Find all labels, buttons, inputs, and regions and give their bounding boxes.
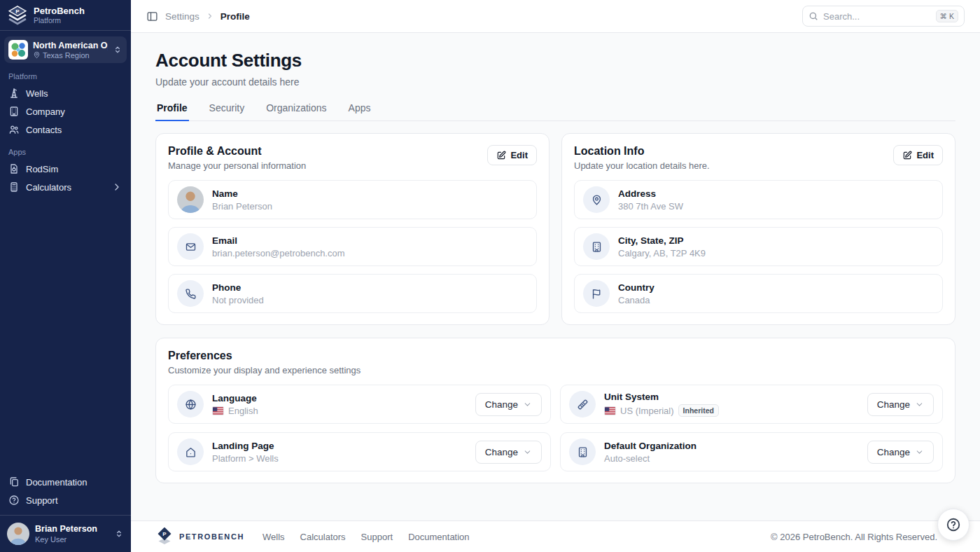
sidebar-item-support[interactable]: Support bbox=[0, 491, 131, 509]
petrobench-footer-logo-icon: P bbox=[155, 527, 174, 546]
row-value: Not provided bbox=[212, 295, 264, 305]
globe-icon bbox=[177, 391, 204, 418]
info-row-address: Address380 7th Ave SW bbox=[574, 180, 943, 219]
change-landing-page-button[interactable]: Change bbox=[475, 441, 542, 464]
row-label: Address bbox=[618, 188, 683, 199]
sidebar-item-rodsim[interactable]: RodSim bbox=[0, 160, 131, 178]
wells-icon bbox=[8, 88, 20, 99]
preference-label: Landing Page bbox=[212, 441, 467, 451]
footer-link-documentation[interactable]: Documentation bbox=[408, 532, 469, 542]
org-switcher[interactable]: North American Opera Texas Region bbox=[4, 36, 127, 63]
tab-security[interactable]: Security bbox=[208, 98, 246, 121]
edit-icon bbox=[496, 151, 506, 160]
sidebar-item-label: Contacts bbox=[26, 125, 62, 135]
chevrons-up-down-icon bbox=[113, 45, 122, 55]
footer-copyright: © 2026 PetroBench. All Rights Reserved. bbox=[771, 532, 955, 542]
sidebar-item-contacts[interactable]: Contacts bbox=[0, 120, 131, 139]
change-language-button[interactable]: Change bbox=[475, 393, 542, 416]
edit-profile-button[interactable]: Edit bbox=[487, 145, 537, 165]
card-subtitle: Manage your personal information bbox=[168, 160, 306, 171]
user-menu[interactable]: Brian Peterson Key User bbox=[0, 515, 131, 552]
sidebar-bottom-nav: DocumentationSupport bbox=[0, 473, 131, 515]
tab-bar: ProfileSecurityOrganizationsApps bbox=[155, 98, 955, 121]
info-row-phone: PhoneNot provided bbox=[168, 274, 537, 313]
page-subtitle: Update your account details here bbox=[155, 76, 955, 88]
map-pin-icon bbox=[583, 186, 610, 213]
footer-link-wells[interactable]: Wells bbox=[262, 532, 285, 542]
breadcrumb: Settings Profile bbox=[165, 11, 250, 22]
sidebar-item-label: Calculators bbox=[26, 182, 71, 193]
row-label: City, State, ZIP bbox=[618, 235, 706, 246]
chevron-down-icon bbox=[523, 400, 532, 409]
row-value: Brian Peterson bbox=[212, 201, 272, 212]
footer-links: WellsCalculatorsSupportDocumentation bbox=[262, 532, 470, 542]
sidebar-section-label: Apps bbox=[0, 139, 131, 160]
chevron-down-icon bbox=[915, 400, 924, 409]
sidebar-item-wells[interactable]: Wells bbox=[0, 84, 131, 102]
map-pin-icon bbox=[33, 51, 41, 59]
tab-apps[interactable]: Apps bbox=[347, 98, 372, 121]
preference-landing-page: Landing Page Platform > Wells Change bbox=[168, 432, 551, 471]
tab-organizations[interactable]: Organizations bbox=[265, 98, 328, 121]
phone-icon bbox=[177, 280, 204, 307]
sidebar-item-label: Support bbox=[26, 495, 58, 506]
us-flag-icon bbox=[212, 406, 224, 415]
org-name: North American Opera bbox=[33, 41, 108, 50]
documentation-icon bbox=[8, 476, 20, 488]
change-unit-system-button[interactable]: Change bbox=[867, 393, 934, 416]
search-icon bbox=[808, 11, 818, 21]
building-icon bbox=[583, 233, 610, 260]
app-logo[interactable]: P PetroBench Platform bbox=[0, 0, 131, 31]
footer-link-support[interactable]: Support bbox=[361, 532, 393, 542]
preference-default-organization: Default Organization Auto-select Change bbox=[560, 432, 943, 471]
user-avatar bbox=[7, 523, 29, 545]
preference-label: Default Organization bbox=[604, 441, 859, 451]
contacts-icon bbox=[8, 124, 20, 135]
breadcrumb-settings[interactable]: Settings bbox=[165, 11, 200, 22]
row-value: 380 7th Ave SW bbox=[618, 201, 683, 212]
row-value: Canada bbox=[618, 295, 654, 305]
sidebar-item-label: Company bbox=[26, 106, 65, 117]
help-button[interactable] bbox=[937, 509, 969, 541]
avatar bbox=[177, 186, 204, 213]
change-default-organization-button[interactable]: Change bbox=[867, 441, 934, 464]
preference-value: US (Imperial)Inherited bbox=[604, 404, 859, 417]
info-row-country: CountryCanada bbox=[574, 274, 943, 313]
chevron-down-icon bbox=[523, 448, 532, 457]
row-value: Calgary, AB, T2P 4K9 bbox=[618, 248, 706, 258]
sidebar-item-documentation[interactable]: Documentation bbox=[0, 473, 131, 491]
support-icon bbox=[8, 495, 20, 506]
edit-location-button[interactable]: Edit bbox=[893, 145, 943, 165]
chevron-down-icon bbox=[915, 448, 924, 457]
petrobench-logo-icon: P bbox=[7, 5, 28, 26]
page-footer: P PetroBench WellsCalculatorsSupportDocu… bbox=[131, 520, 980, 552]
sidebar-nav: PlatformWellsCompanyContactsAppsRodSimCa… bbox=[0, 63, 131, 196]
sidebar-item-calculators[interactable]: Calculators bbox=[0, 178, 131, 196]
edit-icon bbox=[902, 151, 912, 160]
sidebar-item-company[interactable]: Company bbox=[0, 102, 131, 120]
chevrons-up-down-icon bbox=[114, 529, 124, 539]
card-title: Location Info bbox=[574, 145, 710, 158]
page-title: Account Settings bbox=[155, 50, 955, 71]
preference-label: Language bbox=[212, 393, 467, 403]
location-info-card: Location Info Update your location detai… bbox=[561, 133, 955, 325]
search-box[interactable]: ⌘ K bbox=[802, 6, 965, 27]
home-icon bbox=[177, 439, 204, 465]
row-label: Name bbox=[212, 188, 272, 199]
svg-text:P: P bbox=[162, 531, 167, 537]
org-region-label: Texas Region bbox=[43, 51, 90, 60]
breadcrumb-profile: Profile bbox=[220, 11, 250, 22]
ruler-icon bbox=[569, 391, 596, 418]
top-bar: Settings Profile ⌘ K bbox=[131, 0, 980, 33]
footer-link-calculators[interactable]: Calculators bbox=[300, 532, 346, 542]
sidebar-section-label: Platform bbox=[0, 63, 131, 84]
row-label: Country bbox=[618, 282, 654, 293]
tab-profile[interactable]: Profile bbox=[155, 98, 189, 121]
us-flag-icon bbox=[604, 406, 616, 415]
main-content: Account Settings Update your account det… bbox=[131, 33, 980, 552]
card-title: Profile & Account bbox=[168, 145, 306, 158]
search-input[interactable] bbox=[823, 11, 931, 22]
sidebar-toggle-icon[interactable] bbox=[146, 11, 158, 22]
info-row-city-state-zip: City, State, ZIPCalgary, AB, T2P 4K9 bbox=[574, 227, 943, 266]
row-label: Email bbox=[212, 235, 345, 246]
